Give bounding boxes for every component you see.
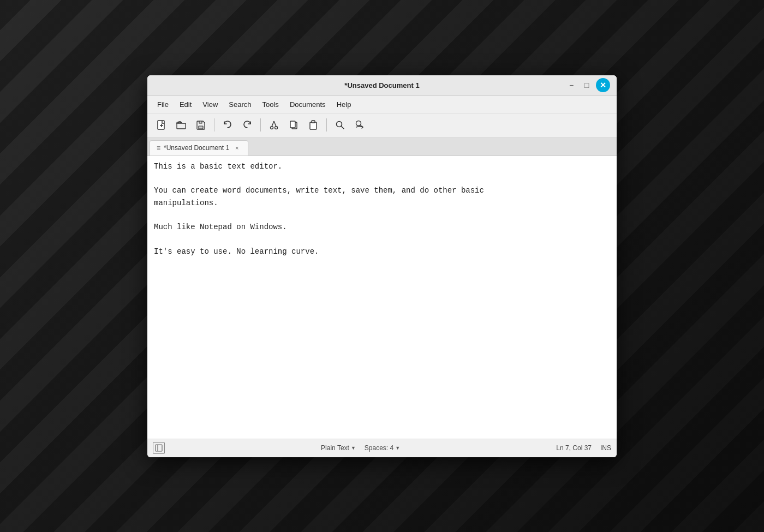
- new-document-icon: [156, 119, 167, 130]
- paste-icon: [308, 119, 319, 130]
- menu-edit[interactable]: Edit: [174, 98, 197, 111]
- new-document-button[interactable]: [153, 116, 170, 134]
- svg-rect-12: [310, 122, 317, 129]
- svg-rect-0: [158, 121, 164, 129]
- svg-point-6: [271, 127, 273, 129]
- menu-documents[interactable]: Documents: [284, 98, 331, 111]
- open-icon: [176, 119, 187, 130]
- menubar: File Edit View Search Tools Documents He…: [147, 96, 617, 113]
- titlebar: *Unsaved Document 1 − □ ✕: [147, 75, 617, 96]
- cursor-position: Ln 7, Col 37: [556, 444, 592, 452]
- save-icon: [195, 119, 206, 130]
- replace-button[interactable]: [351, 116, 368, 134]
- tabbar: ≡ *Unsaved Document 1 ×: [147, 138, 617, 156]
- redo-icon: [242, 119, 253, 130]
- menu-search[interactable]: Search: [223, 98, 256, 111]
- menu-help[interactable]: Help: [331, 98, 357, 111]
- redo-button[interactable]: [238, 116, 256, 134]
- spaces-selector[interactable]: Spaces: 4 ▼: [365, 444, 400, 452]
- replace-icon: [354, 119, 366, 131]
- svg-rect-13: [312, 121, 315, 123]
- spaces-label: Spaces: 4: [365, 444, 393, 452]
- svg-line-8: [272, 121, 274, 127]
- copy-icon: [288, 119, 299, 130]
- menu-view[interactable]: View: [197, 98, 223, 111]
- tab-document-icon: ≡: [157, 144, 160, 152]
- svg-rect-4: [199, 126, 203, 129]
- tab-label: *Unsaved Document 1: [164, 144, 229, 152]
- language-label: Plain Text: [321, 444, 349, 452]
- svg-point-7: [275, 127, 278, 129]
- close-button[interactable]: ✕: [596, 78, 610, 92]
- toolbar: [147, 113, 617, 138]
- language-selector[interactable]: Plain Text ▼: [321, 444, 356, 452]
- svg-rect-18: [156, 445, 162, 451]
- editor-area[interactable]: This is a basic text editor. You can cre…: [147, 156, 617, 439]
- spaces-chevron-icon: ▼: [395, 445, 400, 451]
- search-toolbar-button[interactable]: [331, 116, 349, 134]
- svg-line-9: [274, 121, 276, 127]
- window-title: *Unsaved Document 1: [344, 81, 419, 89]
- language-chevron-icon: ▼: [351, 445, 356, 451]
- statusbar-left: [153, 442, 165, 454]
- undo-button[interactable]: [219, 116, 236, 134]
- editor-content[interactable]: This is a basic text editor. You can cre…: [154, 160, 610, 434]
- save-button[interactable]: [192, 116, 210, 134]
- minimize-button[interactable]: −: [565, 79, 577, 91]
- paste-button[interactable]: [305, 116, 322, 134]
- tab-close-button[interactable]: ×: [232, 144, 241, 152]
- undo-icon: [222, 119, 233, 130]
- menu-file[interactable]: File: [152, 98, 174, 111]
- search-icon: [335, 119, 345, 130]
- separator-2: [260, 118, 261, 131]
- document-tab[interactable]: ≡ *Unsaved Document 1 ×: [150, 140, 248, 156]
- open-button[interactable]: [172, 116, 190, 134]
- cut-button[interactable]: [265, 116, 283, 134]
- copy-button[interactable]: [285, 116, 302, 134]
- main-window: *Unsaved Document 1 − □ ✕ File Edit View…: [147, 75, 617, 457]
- separator-3: [326, 118, 327, 131]
- menu-tools[interactable]: Tools: [257, 98, 284, 111]
- statusbar-center: Plain Text ▼ Spaces: 4 ▼: [165, 444, 556, 452]
- titlebar-controls: − □ ✕: [565, 78, 610, 92]
- statusbar-right: Ln 7, Col 37 INS: [556, 444, 611, 452]
- statusbar: Plain Text ▼ Spaces: 4 ▼ Ln 7, Col 37 IN…: [147, 439, 617, 457]
- svg-rect-11: [290, 121, 295, 128]
- sidebar-toggle-icon[interactable]: [153, 442, 165, 454]
- svg-rect-5: [199, 121, 202, 123]
- separator-1: [214, 118, 214, 131]
- cut-icon: [268, 119, 279, 130]
- svg-line-15: [342, 127, 344, 129]
- maximize-button[interactable]: □: [581, 79, 593, 91]
- insert-mode: INS: [600, 444, 611, 452]
